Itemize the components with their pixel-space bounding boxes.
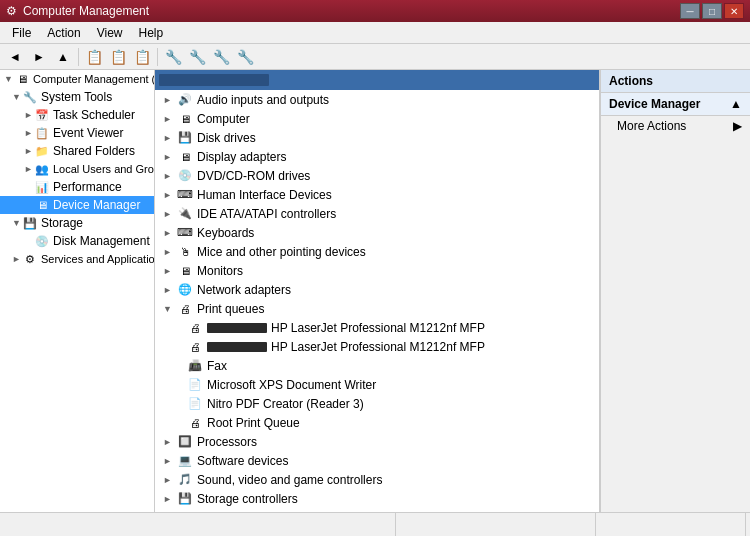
hp1-redacted	[207, 323, 267, 333]
device-hp2[interactable]: 🖨 HP LaserJet Professional M1212nf MFP	[155, 337, 599, 356]
minimize-button[interactable]: ─	[680, 3, 700, 19]
status-mid	[396, 513, 596, 536]
tree-event-viewer[interactable]: ► 📋 Event Viewer	[0, 124, 154, 142]
menu-file[interactable]: File	[4, 24, 39, 42]
device-print-queues[interactable]: ▼ 🖨 Print queues	[155, 299, 599, 318]
arrow-hid: ►	[163, 190, 177, 200]
arrow-stor: ▼	[12, 218, 22, 228]
toolbar-btn2[interactable]: 📋	[107, 46, 129, 68]
title-bar: ⚙ Computer Management ─ □ ✕	[0, 0, 750, 22]
close-button[interactable]: ✕	[724, 3, 744, 19]
cm-icon: 🖥	[14, 71, 30, 87]
disp-icon: 🖥	[177, 149, 193, 165]
toolbar-btn3[interactable]: 📋	[131, 46, 153, 68]
toolbar-btn4[interactable]: 🔧	[162, 46, 184, 68]
net-icon: 🌐	[177, 282, 193, 298]
device-nitro[interactable]: 📄 Nitro PDF Creator (Reader 3)	[155, 394, 599, 413]
tree-device-manager[interactable]: 🖥 Device Manager	[0, 196, 154, 214]
device-system[interactable]: ► ⚙ System devices	[155, 508, 599, 512]
arrow-lu: ►	[24, 164, 34, 174]
toolbar-sep1	[78, 48, 79, 66]
arrow-sf: ►	[24, 146, 34, 156]
tree-disk-management[interactable]: 💿 Disk Management	[0, 232, 154, 250]
status-left	[4, 513, 396, 536]
tree-shared-folders[interactable]: ► 📁 Shared Folders	[0, 142, 154, 160]
device-storage-ctrl[interactable]: ► 💾 Storage controllers	[155, 489, 599, 508]
arrow-svc: ►	[12, 254, 22, 264]
tree-services[interactable]: ► ⚙ Services and Applications	[0, 250, 154, 268]
tree-task-scheduler[interactable]: ► 📅 Task Scheduler	[0, 106, 154, 124]
menu-view[interactable]: View	[89, 24, 131, 42]
pq-icon: 🖨	[177, 301, 193, 317]
toolbar-forward[interactable]: ►	[28, 46, 50, 68]
device-xps[interactable]: 📄 Microsoft XPS Document Writer	[155, 375, 599, 394]
tree-performance[interactable]: 📊 Performance	[0, 178, 154, 196]
maximize-button[interactable]: □	[702, 3, 722, 19]
toolbar-back[interactable]: ◄	[4, 46, 26, 68]
menu-help[interactable]: Help	[131, 24, 172, 42]
device-dvd[interactable]: ► 💿 DVD/CD-ROM drives	[155, 166, 599, 185]
app-icon: ⚙	[6, 4, 17, 18]
hid-icon: ⌨	[177, 187, 193, 203]
device-ide[interactable]: ► 🔌 IDE ATA/ATAPI controllers	[155, 204, 599, 223]
device-root-print[interactable]: 🖨 Root Print Queue	[155, 413, 599, 432]
device-hid[interactable]: ► ⌨ Human Interface Devices	[155, 185, 599, 204]
actions-section-device-manager[interactable]: Device Manager ▲	[601, 93, 750, 116]
tree-computer-management[interactable]: ▼ 🖥 Computer Management (Local)	[0, 70, 154, 88]
section-arrow: ▲	[730, 97, 742, 111]
toolbar-sep2	[157, 48, 158, 66]
arrow-ide: ►	[163, 209, 177, 219]
device-list-header	[155, 70, 599, 90]
comp-icon: 🖥	[177, 111, 193, 127]
tree-local-users[interactable]: ► 👥 Local Users and Groups	[0, 160, 154, 178]
snd-icon: 🎵	[177, 472, 193, 488]
tree-system-tools[interactable]: ▼ 🔧 System Tools	[0, 88, 154, 106]
arrow-st: ▼	[12, 92, 22, 102]
device-hp1[interactable]: 🖨 HP LaserJet Professional M1212nf MFP	[155, 318, 599, 337]
arrow-net: ►	[163, 285, 177, 295]
mice-icon: 🖱	[177, 244, 193, 260]
toolbar-up[interactable]: ▲	[52, 46, 74, 68]
toolbar-btn1[interactable]: 📋	[83, 46, 105, 68]
arrow-mice: ►	[163, 247, 177, 257]
device-display[interactable]: ► 🖥 Display adapters	[155, 147, 599, 166]
title-bar-controls: ─ □ ✕	[680, 3, 744, 19]
disk-icon: 💾	[177, 130, 193, 146]
menu-action[interactable]: Action	[39, 24, 88, 42]
device-audio[interactable]: ► 🔊 Audio inputs and outputs	[155, 90, 599, 109]
device-software[interactable]: ► 💻 Software devices	[155, 451, 599, 470]
left-panel: ▼ 🖥 Computer Management (Local) ▼ 🔧 Syst…	[0, 70, 155, 512]
sc-icon: 💾	[177, 491, 193, 507]
arrow-ev: ►	[24, 128, 34, 138]
device-mice[interactable]: ► 🖱 Mice and other pointing devices	[155, 242, 599, 261]
arrow-kbd: ►	[163, 228, 177, 238]
toolbar-btn5[interactable]: 🔧	[186, 46, 208, 68]
device-computer[interactable]: ► 🖥 Computer	[155, 109, 599, 128]
svc-icon: ⚙	[22, 251, 38, 267]
st-icon: 🔧	[22, 89, 38, 105]
device-fax[interactable]: 📠 Fax	[155, 356, 599, 375]
more-actions-arrow: ▶	[733, 119, 742, 133]
arrow-audio: ►	[163, 95, 177, 105]
main-container: ▼ 🖥 Computer Management (Local) ▼ 🔧 Syst…	[0, 70, 750, 512]
arrow-sc: ►	[163, 494, 177, 504]
nitro-icon: 📄	[187, 396, 203, 412]
right-panel: Actions Device Manager ▲ More Actions ▶	[600, 70, 750, 512]
ts-icon: 📅	[34, 107, 50, 123]
device-monitors[interactable]: ► 🖥 Monitors	[155, 261, 599, 280]
fax-icon: 📠	[187, 358, 203, 374]
actions-more[interactable]: More Actions ▶	[601, 116, 750, 136]
toolbar-btn6[interactable]: 🔧	[210, 46, 232, 68]
toolbar-btn7[interactable]: 🔧	[234, 46, 256, 68]
hp2-icon: 🖨	[187, 339, 203, 355]
device-network[interactable]: ► 🌐 Network adapters	[155, 280, 599, 299]
device-disk[interactable]: ► 💾 Disk drives	[155, 128, 599, 147]
device-processors[interactable]: ► 🔲 Processors	[155, 432, 599, 451]
device-sound[interactable]: ► 🎵 Sound, video and game controllers	[155, 470, 599, 489]
tree-storage[interactable]: ▼ 💾 Storage	[0, 214, 154, 232]
lu-icon: 👥	[34, 161, 50, 177]
status-bar	[0, 512, 750, 536]
arrow-snd: ►	[163, 475, 177, 485]
arrow-ts: ►	[24, 110, 34, 120]
device-keyboards[interactable]: ► ⌨ Keyboards	[155, 223, 599, 242]
